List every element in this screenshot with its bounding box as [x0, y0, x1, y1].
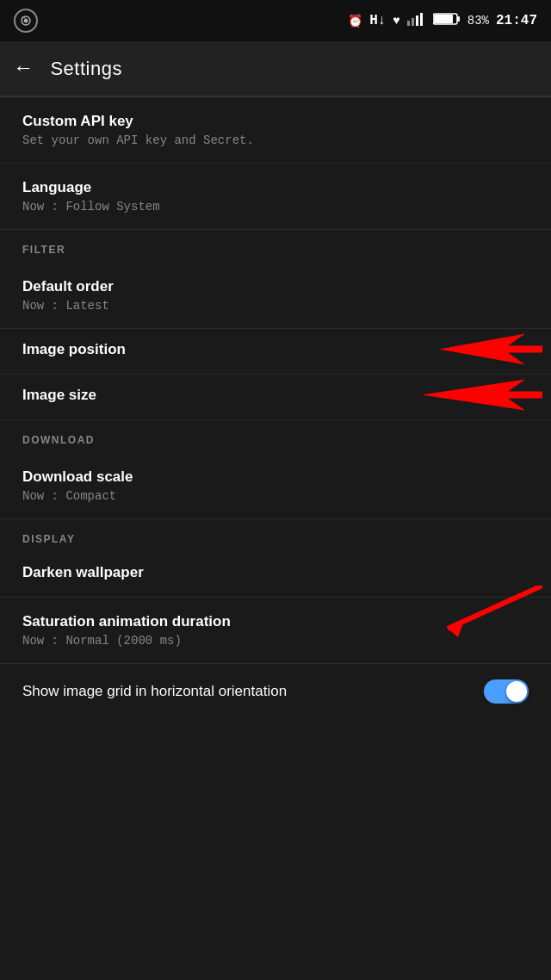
default-order-subtitle: Now : Latest — [22, 299, 529, 313]
language-subtitle: Now : Follow System — [22, 200, 529, 214]
battery-icon — [433, 12, 461, 29]
setting-download-scale[interactable]: Download scale Now : Compact — [0, 453, 551, 519]
saturation-animation-title: Saturation animation duration — [22, 613, 529, 630]
arrow-image-position — [439, 334, 542, 369]
svg-rect-7 — [457, 16, 460, 22]
display-section-header: DISPLAY — [0, 519, 551, 552]
svg-rect-4 — [416, 16, 418, 26]
time-display: 21:47 — [496, 13, 537, 28]
toggle-knob — [506, 681, 527, 702]
custom-api-key-title: Custom API key — [22, 113, 529, 130]
alarm-icon: ⏰ — [348, 14, 362, 28]
settings-list: Custom API key Set your own API key and … — [0, 97, 551, 719]
signal-icon — [407, 12, 426, 29]
battery-percent: 83% — [467, 14, 489, 28]
download-section-header: DOWNLOAD — [0, 420, 551, 453]
svg-point-1 — [24, 19, 28, 23]
setting-language[interactable]: Language Now : Follow System — [0, 164, 551, 230]
setting-image-size[interactable]: Image size — [0, 375, 551, 420]
download-scale-title: Download scale — [22, 468, 529, 486]
setting-image-position[interactable]: Image position — [0, 329, 551, 375]
svg-rect-5 — [420, 13, 423, 26]
status-bar-left — [14, 9, 38, 33]
svg-rect-2 — [407, 21, 410, 26]
download-scale-subtitle: Now : Compact — [22, 489, 529, 503]
saturation-animation-subtitle: Now : Normal (2000 ms) — [22, 634, 529, 648]
svg-marker-9 — [439, 334, 542, 365]
arrow-image-size — [422, 380, 542, 415]
setting-default-order[interactable]: Default order Now : Latest — [0, 263, 551, 329]
status-bar: ⏰ H↓ ♥ 83% 21:47 — [0, 0, 551, 41]
camera-icon — [14, 9, 38, 33]
svg-rect-8 — [434, 15, 453, 23]
show-image-grid-label: Show image grid in horizontal orientatio… — [22, 683, 287, 700]
darken-wallpaper-title: Darken wallpaper — [22, 564, 529, 581]
page-title: Settings — [50, 58, 122, 80]
default-order-title: Default order — [22, 278, 529, 295]
language-title: Language — [22, 179, 529, 196]
download-icon: H↓ — [369, 13, 386, 28]
back-button[interactable]: ← — [17, 57, 29, 80]
setting-darken-wallpaper[interactable]: Darken wallpaper — [0, 552, 551, 598]
filter-section-header: FILTER — [0, 230, 551, 263]
heart-icon: ♥ — [393, 14, 399, 28]
custom-api-key-subtitle: Set your own API key and Secret. — [22, 133, 529, 147]
svg-rect-3 — [412, 18, 414, 26]
setting-custom-api-key[interactable]: Custom API key Set your own API key and … — [0, 97, 551, 164]
status-bar-right: ⏰ H↓ ♥ 83% 21:47 — [348, 12, 537, 29]
app-header: ← Settings — [0, 41, 551, 96]
setting-saturation-animation[interactable]: Saturation animation duration Now : Norm… — [0, 598, 551, 664]
show-image-grid-toggle[interactable] — [484, 679, 529, 704]
svg-marker-10 — [422, 380, 542, 411]
setting-show-image-grid[interactable]: Show image grid in horizontal orientatio… — [0, 664, 551, 719]
